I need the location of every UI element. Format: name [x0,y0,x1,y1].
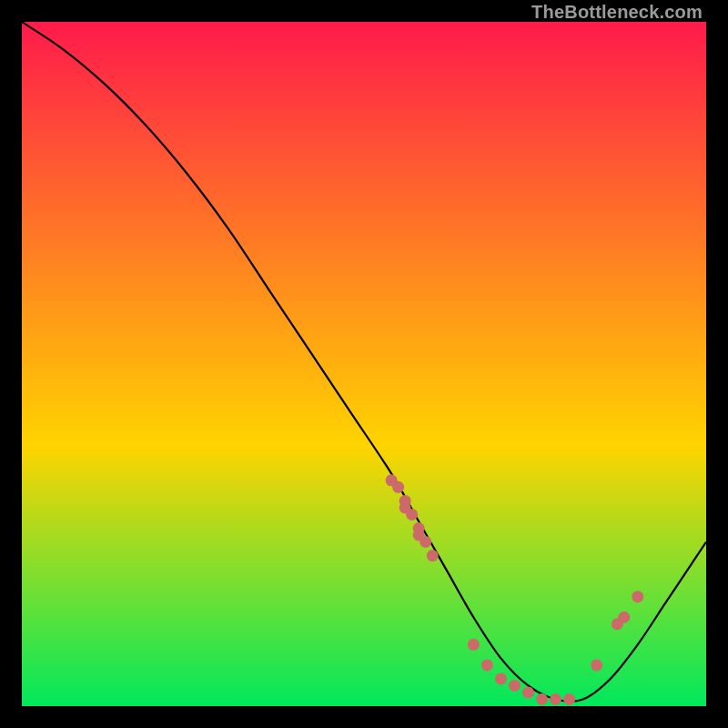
scatter-point [536,693,548,705]
scatter-point [495,672,507,684]
chart-frame [22,22,706,706]
scatter-point [420,536,431,548]
scatter-point [392,481,404,493]
scatter-point [563,693,575,705]
scatter-point [406,509,418,521]
scatter-point [550,693,561,705]
scatter-point [481,659,493,671]
scatter-point [468,639,480,651]
gradient-background [22,22,706,706]
watermark-text: TheBottleneck.com [531,2,703,23]
scatter-point [427,550,439,561]
scatter-point [522,686,534,698]
scatter-point [618,612,630,623]
scatter-point [591,659,602,671]
scatter-point [509,680,521,692]
scatter-point [632,591,643,602]
bottleneck-chart [22,22,706,706]
